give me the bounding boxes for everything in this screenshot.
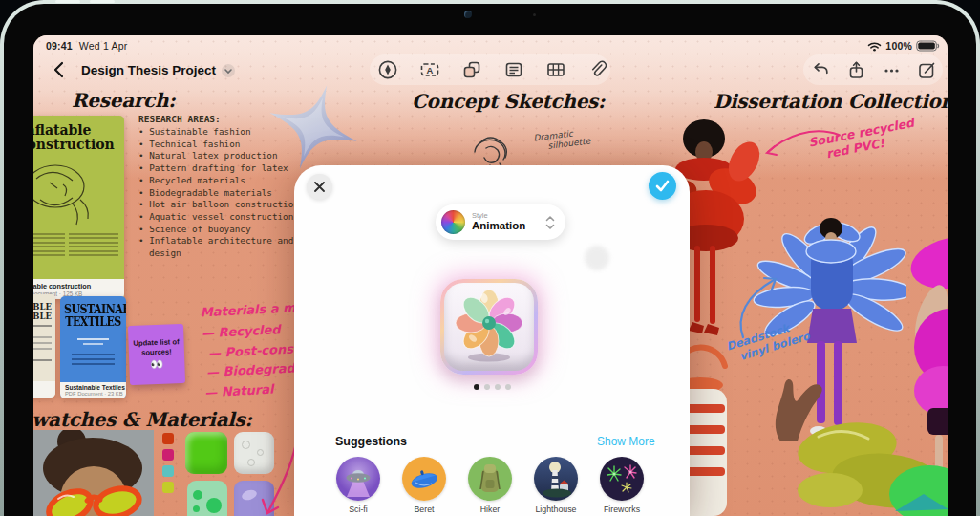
suggestion-label: Lighthouse: [535, 505, 576, 514]
material-tile-bubbles[interactable]: [187, 481, 227, 516]
canvas-header-research[interactable]: Research:: [72, 89, 175, 112]
pen-in-circle-icon: [377, 59, 398, 80]
show-more-link[interactable]: Show More: [597, 435, 655, 448]
shimmer-blob: [585, 246, 609, 270]
status-bar-right: 100%: [867, 40, 940, 52]
document-inflatable-construction[interactable]: Inflatable construction Inflatable const…: [33, 116, 124, 299]
front-camera: [464, 11, 472, 18]
board-title-menu[interactable]: Design Thesis Project: [81, 63, 235, 77]
color-swatch-teal[interactable]: [162, 465, 174, 477]
textbox-tool-button[interactable]: A: [415, 55, 444, 84]
backpack-icon: [468, 457, 512, 501]
more-button[interactable]: [877, 55, 905, 84]
share-icon: [846, 60, 866, 80]
research-area-item: • Recycled materials: [138, 175, 313, 187]
green-inflatable-image[interactable]: [780, 398, 948, 516]
note-dramatic-silhouette[interactable]: Dramatic silhouette: [533, 126, 591, 152]
star-sparkle-3d-shape[interactable]: [266, 83, 361, 171]
canvas-header-concept-sketches[interactable]: Concept Sketches:: [412, 90, 605, 113]
freeform-app-screen: Research: Concept Sketches: Dissertation…: [33, 35, 948, 516]
board-title: Design Thesis Project: [81, 63, 216, 77]
suggestion-lighthouse[interactable]: Lighthouse: [525, 457, 586, 514]
svg-text:A: A: [427, 65, 434, 75]
undo-icon: [811, 60, 831, 80]
file-name: Sustainable Textiles: [65, 384, 121, 391]
generated-flower-image: [444, 283, 534, 371]
battery-percent: 100%: [885, 40, 912, 52]
suggestion-fireworks[interactable]: Fireworks: [591, 457, 652, 514]
style-picker[interactable]: Style Animation: [436, 204, 565, 240]
document-page-title: Inflatable construction: [33, 116, 124, 152]
note-tool-button[interactable]: [500, 55, 528, 84]
file-name: inable: [33, 383, 52, 390]
generated-image-card[interactable]: [440, 279, 538, 375]
clock: 09:41: [46, 40, 73, 52]
document-body-text-col2: [69, 230, 118, 259]
back-button[interactable]: [44, 55, 73, 84]
checkmark-icon: [655, 180, 670, 192]
attachment-caption: inable KB: [33, 381, 55, 398]
ellipsis-icon: [882, 60, 902, 80]
fireworks-icon: [600, 457, 644, 501]
style-palette-icon: [441, 210, 465, 234]
paperclip-icon: [587, 59, 608, 80]
eyes-emoji: 👀: [150, 358, 163, 371]
suggestion-label: Sci-fi: [349, 505, 368, 514]
note-source-recycled[interactable]: Source recycled red PVC!: [807, 116, 918, 164]
model-photo[interactable]: [33, 430, 154, 516]
shapes-icon: [461, 59, 482, 80]
research-area-item: • Aquatic vessel construction: [138, 211, 313, 224]
ipad-device: Research: Concept Sketches: Dissertation…: [0, 0, 980, 516]
suggestion-hiker[interactable]: Hiker: [459, 457, 521, 514]
research-area-item: • Biodegradable materials: [138, 187, 313, 200]
color-swatch-magenta[interactable]: [162, 449, 174, 461]
suggestion-sci-fi[interactable]: Sci-fi: [328, 457, 389, 514]
textbox-icon: A: [419, 59, 440, 80]
inflatable-sketch-drawing: [33, 158, 99, 228]
undo-button[interactable]: [806, 55, 835, 84]
carousel-page-dots[interactable]: [474, 384, 511, 390]
close-button[interactable]: [307, 174, 332, 200]
suggestion-label: Hiker: [480, 505, 501, 514]
new-board-button[interactable]: [912, 55, 941, 84]
research-area-item: • Hot air balloon construction: [138, 199, 313, 211]
shapes-tool-button[interactable]: [458, 55, 486, 84]
share-button[interactable]: [842, 55, 870, 84]
status-bar-left: 09:41Wed 1 Apr: [46, 40, 128, 52]
canvas-header-swatches[interactable]: Swatches & Materials:: [33, 408, 252, 431]
suggestions-heading: Suggestions: [335, 435, 407, 448]
material-tile-green[interactable]: [185, 432, 227, 474]
suggestion-label: Beret: [414, 505, 434, 514]
date: Wed 1 Apr: [79, 40, 128, 52]
attachment-tool-button[interactable]: [584, 55, 612, 84]
draw-tool-button[interactable]: [373, 55, 402, 84]
sticky-note-text: Update list of sources!: [128, 337, 184, 357]
document-page-title: BLE ABLE: [33, 302, 52, 321]
chevron-left-icon: [53, 61, 64, 78]
research-area-item: • Science of buoyancy: [138, 224, 313, 236]
volume-up-button: [55, 0, 80, 3]
document-page-title: SUSTAINABLE TEXTILES: [60, 296, 126, 329]
file-name: Inflatable construction: [33, 282, 117, 290]
page-dot-active[interactable]: [474, 384, 479, 390]
battery-icon: [916, 40, 940, 52]
color-swatch-yellow-green[interactable]: [162, 482, 174, 493]
page-dot[interactable]: [484, 384, 490, 390]
freeform-toolbar: A: [373, 55, 612, 84]
close-icon: [314, 182, 325, 192]
image-playground-modal: Style Animation: [294, 165, 690, 516]
page-dot[interactable]: [505, 384, 511, 390]
document-zine[interactable]: BLE ABLE inable KB: [33, 294, 55, 398]
suggestion-beret[interactable]: Beret: [394, 457, 455, 514]
page-dot[interactable]: [495, 384, 501, 390]
document-sustainable-textiles[interactable]: SUSTAINABLE TEXTILES Sustainable Textile…: [60, 296, 126, 398]
chevron-down-icon: [222, 64, 235, 77]
sticky-note-icon: [503, 59, 524, 80]
compose-icon: [917, 60, 937, 80]
volume-down-button: [90, 0, 115, 3]
confirm-button[interactable]: [649, 172, 676, 200]
table-tool-button[interactable]: [542, 55, 570, 84]
research-area-item: • Inflatable architecture and design: [138, 235, 313, 259]
sticky-note-update-sources[interactable]: Update list of sources! 👀: [128, 324, 185, 385]
color-swatch-red[interactable]: [162, 433, 174, 444]
